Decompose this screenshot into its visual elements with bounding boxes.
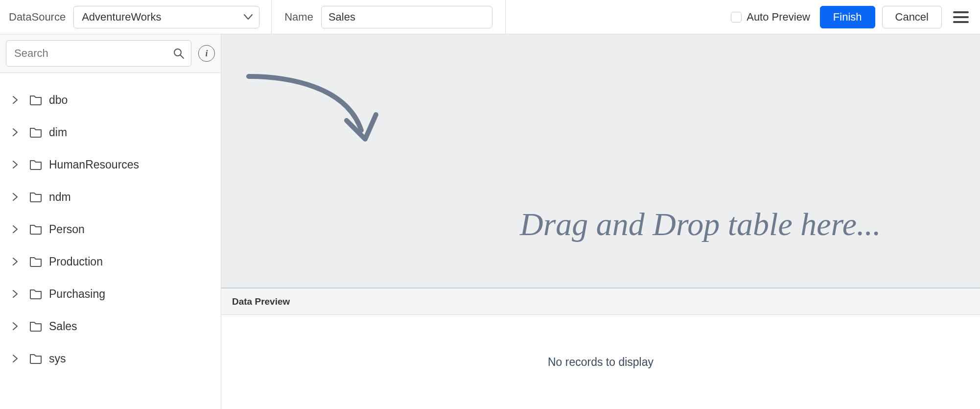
tree-item[interactable]: Person	[0, 213, 221, 245]
tree-item-label: HumanResources	[49, 158, 139, 171]
tree-item-label: dim	[49, 126, 67, 139]
tree-item-label: Production	[49, 255, 103, 268]
folder-icon	[29, 289, 42, 299]
chevron-right-icon	[10, 354, 21, 363]
tree-item[interactable]: dbo	[0, 84, 221, 116]
checkbox-icon	[731, 12, 742, 23]
chevron-right-icon	[10, 225, 21, 234]
datasource-value: AdventureWorks	[82, 11, 161, 24]
hamburger-icon	[953, 11, 969, 24]
tree-item-label: dbo	[49, 94, 68, 107]
sidebar: i dbodimHumanResourcesndmPersonProductio…	[0, 34, 221, 409]
chevron-right-icon	[10, 289, 21, 298]
tree-item-label: Sales	[49, 320, 77, 333]
drop-canvas[interactable]: Drag and Drop table here...	[221, 34, 980, 289]
folder-icon	[29, 159, 42, 170]
chevron-right-icon	[10, 128, 21, 137]
tree-item[interactable]: Sales	[0, 310, 221, 342]
auto-preview-checkbox[interactable]: Auto Preview	[731, 11, 810, 24]
tree-item-label: Person	[49, 223, 85, 236]
folder-icon	[29, 127, 42, 138]
info-button[interactable]: i	[198, 45, 215, 62]
folder-icon	[29, 224, 42, 235]
name-input[interactable]	[321, 6, 492, 28]
tree-item-label: sys	[49, 352, 66, 365]
cancel-button[interactable]: Cancel	[882, 6, 942, 28]
tree-item-label: ndm	[49, 191, 71, 204]
chevron-right-icon	[10, 160, 21, 169]
tree-item[interactable]: ndm	[0, 181, 221, 213]
tree-item[interactable]: Purchasing	[0, 278, 221, 310]
tree-item[interactable]: sys	[0, 342, 221, 375]
finish-button[interactable]: Finish	[820, 6, 875, 28]
datasource-select[interactable]: AdventureWorks	[73, 6, 259, 28]
drop-arrow-icon	[244, 67, 391, 155]
datasource-label: DataSource	[9, 11, 66, 24]
chevron-right-icon	[10, 192, 21, 201]
tree-item[interactable]: HumanResources	[0, 148, 221, 181]
folder-icon	[29, 321, 42, 332]
preview-empty-text: No records to display	[548, 356, 653, 369]
schema-tree: dbodimHumanResourcesndmPersonProductionP…	[0, 73, 221, 409]
folder-icon	[29, 256, 42, 267]
search-input[interactable]	[6, 40, 191, 67]
chevron-right-icon	[10, 96, 21, 104]
chevron-right-icon	[10, 257, 21, 266]
tree-item[interactable]: dim	[0, 116, 221, 148]
folder-icon	[29, 192, 42, 202]
data-preview-body: No records to display	[221, 315, 980, 409]
menu-button[interactable]	[951, 7, 971, 27]
tree-item-label: Purchasing	[49, 288, 105, 301]
tree-item[interactable]: Production	[0, 245, 221, 278]
folder-icon	[29, 353, 42, 364]
name-label: Name	[284, 11, 313, 24]
chevron-right-icon	[10, 322, 21, 331]
folder-icon	[29, 95, 42, 105]
topbar: DataSource AdventureWorks Name Auto Prev…	[0, 0, 980, 34]
drop-hint-text: Drag and Drop table here...	[520, 206, 881, 243]
auto-preview-label: Auto Preview	[747, 11, 810, 24]
data-preview-header: Data Preview	[221, 289, 980, 315]
